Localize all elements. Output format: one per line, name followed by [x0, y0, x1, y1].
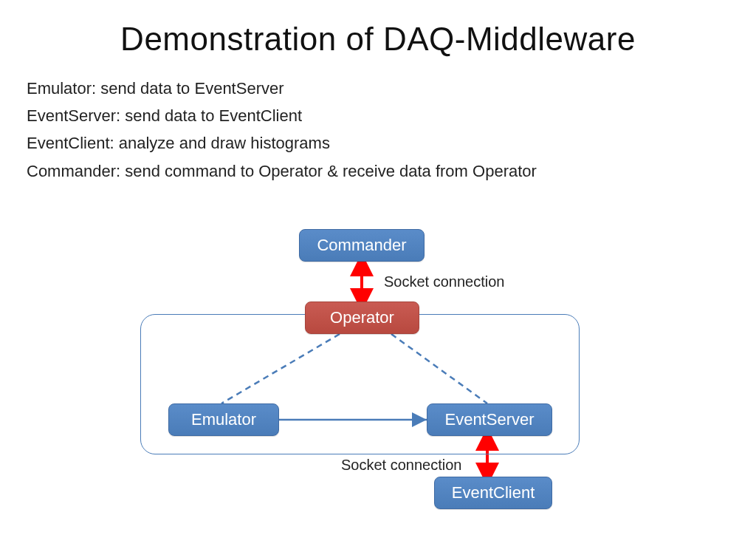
desc-emulator: Emulator: send data to EventServer — [27, 75, 756, 101]
node-eventserver: EventServer — [427, 403, 552, 436]
label-socket-bottom: Socket connection — [341, 457, 461, 474]
node-emulator: Emulator — [168, 403, 279, 436]
node-operator: Operator — [305, 301, 419, 334]
desc-eventclient: EventClient: analyze and draw histograms — [27, 130, 756, 156]
desc-eventserver: EventServer: send data to EventClient — [27, 103, 756, 129]
desc-commander: Commander: send command to Operator & re… — [27, 158, 756, 184]
node-commander: Commander — [299, 229, 425, 262]
page-title: Demonstration of DAQ-Middleware — [0, 21, 756, 58]
architecture-diagram: Commander Operator Emulator EventServer … — [0, 222, 756, 535]
description-block: Emulator: send data to EventServer Event… — [27, 75, 756, 184]
label-socket-top: Socket connection — [384, 273, 504, 290]
node-eventclient: EventClient — [434, 477, 552, 509]
